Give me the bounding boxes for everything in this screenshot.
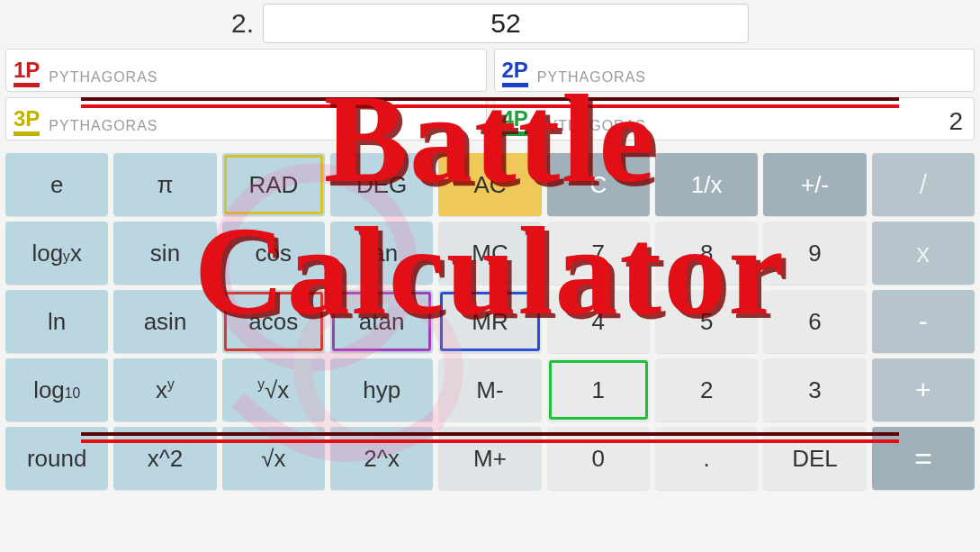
keypad: e π RAD DEG AC C 1/x +/- / logyx sin cos… [0,148,980,495]
key-7[interactable]: 7 [547,222,650,285]
key-ln[interactable]: ln [5,290,108,353]
key-divide[interactable]: / [872,153,975,216]
player-3-label: PYTHAGORAS [49,118,157,136]
key-pi[interactable]: π [113,153,216,216]
player-2-label: PYTHAGORAS [537,69,646,87]
player-4-label: PYTHAGORAS [537,118,646,136]
key-acos[interactable]: acos [222,290,325,353]
key-4[interactable]: 4 [547,290,650,353]
key-cos[interactable]: cos [222,222,325,285]
key-hyp[interactable]: hyp [330,358,433,421]
key-2-pow-x[interactable]: 2^x [330,427,433,490]
key-8[interactable]: 8 [655,222,758,285]
player-1-label: PYTHAGORAS [49,69,157,87]
title-stroke-top-dark [81,97,899,101]
key-ac[interactable]: AC [438,153,541,216]
player-1-tag: 1P [13,59,40,87]
main-display: 52 [263,4,749,43]
key-2[interactable]: 2 [655,358,758,421]
key-x-pow-y[interactable]: xy [113,358,216,421]
problem-index: 2. [231,8,254,39]
key-equals[interactable]: = [872,427,975,490]
player-1-panel: 1P PYTHAGORAS [5,49,487,92]
key-e[interactable]: e [5,153,108,216]
player-2-panel: 2P PYTHAGORAS [494,49,976,92]
key-atan[interactable]: atan [330,290,433,353]
key-6[interactable]: 6 [763,290,866,353]
key-c[interactable]: C [547,153,650,216]
player-2-tag: 2P [502,59,528,87]
key-mc[interactable]: MC [438,222,541,285]
key-add[interactable]: + [872,358,975,421]
key-m-plus[interactable]: M+ [438,427,541,490]
key-1[interactable]: 1 [547,358,650,421]
player-4-score: 2 [949,107,967,136]
key-3[interactable]: 3 [763,358,866,421]
key-del[interactable]: DEL [763,427,866,490]
key-asin[interactable]: asin [113,290,216,353]
key-tan[interactable]: tan [330,222,433,285]
key-round[interactable]: round [5,427,108,490]
player-4-tag: 4P [502,108,528,136]
key-mr[interactable]: MR [438,290,541,353]
key-x-squared[interactable]: x^2 [113,427,216,490]
key-m-minus[interactable]: M- [438,358,541,421]
player-3-tag: 3P [13,108,40,136]
top-bar: 2. 52 [0,0,980,49]
key-logyx[interactable]: logyx [5,222,108,285]
key-y-root-x[interactable]: y√x [222,358,325,421]
key-5[interactable]: 5 [655,290,758,353]
key-log10[interactable]: log10 [5,358,108,421]
key-0[interactable]: 0 [547,427,650,490]
key-9[interactable]: 9 [763,222,866,285]
key-deg[interactable]: DEG [330,153,433,216]
key-reciprocal[interactable]: 1/x [655,153,758,216]
title-stroke-top [81,104,899,108]
key-rad[interactable]: RAD [222,153,325,216]
key-sqrt[interactable]: √x [222,427,325,490]
key-multiply[interactable]: x [872,222,975,285]
title-stroke-bottom-dark [81,432,899,436]
title-stroke-bottom [81,439,899,443]
key-sin[interactable]: sin [113,222,216,285]
key-subtract[interactable]: - [872,290,975,353]
key-sign[interactable]: +/- [763,153,866,216]
key-decimal[interactable]: . [655,427,758,490]
